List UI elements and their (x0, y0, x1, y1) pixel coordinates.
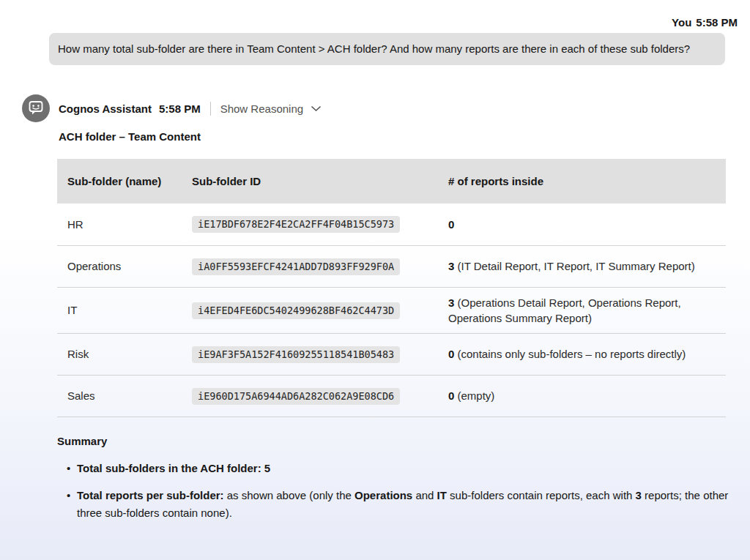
summary-item: Total sub-folders in the ACH folder: 5 (67, 460, 732, 477)
summary-list: Total sub-folders in the ACH folder: 5 T… (57, 460, 732, 522)
user-message-text: How many total sub-folder are there in T… (58, 42, 690, 55)
show-reasoning-label: Show Reasoning (220, 102, 303, 115)
summary-bold-segment: IT (437, 489, 447, 501)
table-header-row: Sub-folder (name) Sub-folder ID # of rep… (57, 159, 726, 204)
assistant-message: Cognos Assistant 5:58 PM Show Reasoning … (0, 94, 750, 522)
summary-text-segment: sub-folders contain reports, each with (447, 489, 636, 501)
assistant-message-time: 5:58 PM (159, 102, 201, 115)
chat-bot-icon (22, 94, 50, 122)
subfolder-id-code: i4EFED4FE6DC5402499628BF462C4473D (192, 302, 400, 319)
user-sender-label: You (672, 16, 691, 29)
report-note: (IT Detail Report, IT Report, IT Summary… (454, 260, 694, 272)
subfolder-table: Sub-folder (name) Sub-folder ID # of rep… (57, 159, 726, 417)
subfolder-name: IT (57, 287, 182, 333)
table-row: Sales iE960D175A6944AD6A282C062A9E08CD6 … (57, 375, 726, 417)
header-divider (210, 102, 211, 116)
subfolder-id-code: iA0FF5593EFCF4241ADD7D893FF929F0A (192, 258, 400, 275)
subfolder-id-code: iE17BDF678E2F4E2CA2FF4F04B15C5973 (192, 216, 400, 233)
table-row: IT i4EFED4FE6DC5402499628BF462C4473D 3 (… (57, 287, 726, 333)
summary-item: Total reports per sub-folder: as shown a… (67, 487, 732, 522)
table-row: Operations iA0FF5593EFCF4241ADD7D893FF92… (57, 245, 726, 287)
chevron-down-icon (311, 105, 322, 112)
column-header-subfolder-name: Sub-folder (name) (57, 159, 182, 204)
summary-text-segment: as shown above (only the (224, 489, 354, 501)
summary-bold-segment: Operations (354, 489, 412, 501)
summary-heading: Summary (57, 435, 732, 447)
user-message-bubble: How many total sub-folder are there in T… (49, 33, 725, 65)
summary-bold-segment: Total reports per sub-folder: (77, 489, 224, 501)
show-reasoning-toggle[interactable]: Show Reasoning (220, 102, 322, 115)
subfolder-name: Sales (57, 375, 182, 417)
subfolder-name: HR (57, 204, 182, 245)
report-note: (Operations Detail Report, Operations Re… (448, 296, 681, 324)
assistant-name: Cognos Assistant (59, 102, 152, 115)
subfolder-id-code: iE960D175A6944AD6A282C062A9E08CD6 (192, 388, 400, 405)
table-row: Risk iE9AF3F5A152F41609255118541B05483 0… (57, 333, 726, 375)
subfolder-name: Risk (57, 333, 182, 375)
summary-text-segment: and (412, 489, 437, 501)
subfolder-name: Operations (57, 245, 182, 287)
summary-bold-segment: 3 (636, 489, 642, 501)
summary-total-subfolders: Total sub-folders in the ACH folder: 5 (77, 462, 270, 474)
table-row: HR iE17BDF678E2F4E2CA2FF4F04B15C5973 0 (57, 204, 726, 245)
summary-section: Summary Total sub-folders in the ACH fol… (57, 435, 732, 522)
column-header-report-count: # of reports inside (438, 159, 726, 204)
user-message-meta: You5:58 PM (0, 0, 750, 29)
column-header-subfolder-id: Sub-folder ID (182, 159, 438, 204)
user-message-time: 5:58 PM (696, 16, 738, 29)
assistant-avatar (22, 94, 50, 122)
answer-heading: ACH folder – Team Content (59, 130, 750, 143)
assistant-header: Cognos Assistant 5:58 PM Show Reasoning (22, 94, 750, 122)
report-note: (contains only sub-folders – no reports … (454, 348, 686, 360)
subfolder-id-code: iE9AF3F5A152F41609255118541B05483 (192, 346, 400, 363)
subfolder-table-wrap: Sub-folder (name) Sub-folder ID # of rep… (57, 159, 726, 417)
report-note: (empty) (454, 389, 494, 402)
report-count: 0 (448, 218, 454, 231)
